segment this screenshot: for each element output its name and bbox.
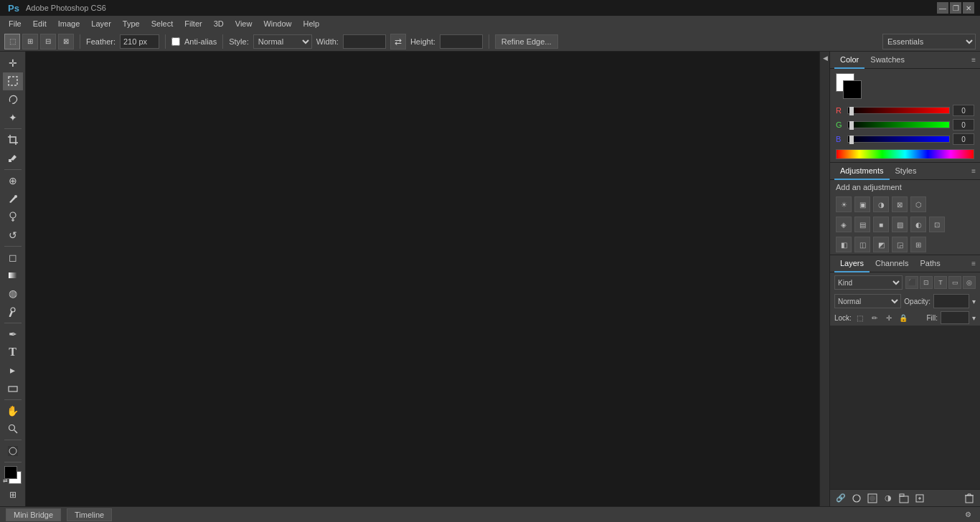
adjustment-filter-btn[interactable]: ⊡: [920, 276, 933, 289]
bw-adj-icon[interactable]: ■: [873, 217, 889, 232]
vibrance-adj-icon[interactable]: ⬡: [910, 196, 926, 212]
exposure-adj-icon[interactable]: ⊠: [892, 196, 908, 212]
opacity-chevron[interactable]: ▾: [972, 298, 976, 305]
eraser-tool[interactable]: ◻: [3, 249, 23, 266]
refine-edge-button[interactable]: Refine Edge...: [495, 34, 558, 49]
clone-stamp-tool[interactable]: [3, 208, 23, 225]
b-channel-value[interactable]: [953, 133, 974, 145]
lock-position-btn[interactable]: ✛: [883, 312, 895, 323]
eyedropper-tool[interactable]: [3, 149, 23, 166]
menu-select[interactable]: Select: [146, 18, 179, 29]
r-channel-slider[interactable]: [847, 107, 950, 114]
antialias-checkbox[interactable]: [171, 37, 180, 46]
move-tool[interactable]: ✛: [3, 54, 23, 72]
layer-style-btn[interactable]: [850, 492, 863, 505]
close-button[interactable]: ✕: [963, 2, 974, 14]
lock-image-btn[interactable]: ✏: [869, 312, 880, 323]
brightness-adj-icon[interactable]: ☀: [836, 196, 852, 212]
b-channel-slider[interactable]: [847, 136, 950, 143]
g-channel-value[interactable]: [953, 119, 974, 130]
invert-adj-icon[interactable]: ◧: [836, 237, 852, 252]
pen-tool[interactable]: ✒: [3, 326, 23, 343]
path-selection-tool[interactable]: ▸: [3, 361, 23, 379]
hand-tool[interactable]: ✋: [3, 402, 23, 419]
lasso-tool[interactable]: [3, 91, 23, 108]
fill-input[interactable]: [941, 311, 969, 324]
shape-filter-btn[interactable]: ▭: [948, 276, 961, 289]
new-selection-btn[interactable]: ⬚: [4, 34, 20, 49]
swap-wh-btn[interactable]: ⇄: [390, 34, 406, 49]
menu-file[interactable]: File: [3, 18, 27, 29]
mini-bridge-tab[interactable]: Mini Bridge: [6, 508, 61, 521]
add-selection-btn[interactable]: ⊞: [22, 34, 38, 49]
timeline-tab[interactable]: Timeline: [67, 508, 112, 521]
posterize-adj-icon[interactable]: ◫: [854, 237, 870, 252]
magic-wand-tool[interactable]: ✦: [3, 109, 23, 126]
tab-paths[interactable]: Paths: [915, 255, 946, 272]
menu-layer[interactable]: Layer: [85, 18, 117, 29]
color-swatch-stack[interactable]: [836, 73, 862, 99]
swap-colors-icon[interactable]: ⇄: [3, 478, 8, 484]
r-channel-value[interactable]: [953, 105, 974, 116]
smart-filter-btn[interactable]: ◎: [963, 276, 976, 289]
essentials-select[interactable]: Essentials: [882, 34, 976, 49]
menu-window[interactable]: Window: [258, 18, 297, 29]
subtract-selection-btn[interactable]: ⊟: [40, 34, 56, 49]
menu-image[interactable]: Image: [52, 18, 86, 29]
style-select[interactable]: Normal Fixed Ratio Fixed Size: [253, 34, 312, 49]
new-layer-btn[interactable]: [913, 492, 926, 505]
collapse-strip[interactable]: ◀: [819, 52, 829, 506]
opacity-input[interactable]: [933, 294, 969, 308]
history-brush-tool[interactable]: ↺: [3, 226, 23, 243]
tab-styles[interactable]: Styles: [890, 163, 923, 180]
photofilter-adj-icon[interactable]: ▧: [892, 217, 908, 232]
healing-brush-tool[interactable]: ⊕: [3, 172, 23, 189]
crop-tool[interactable]: [3, 131, 23, 148]
fill-chevron[interactable]: ▾: [972, 314, 976, 322]
type-filter-btn[interactable]: T: [934, 276, 947, 289]
adjustments-panel-options[interactable]: ≡: [971, 167, 976, 175]
tab-swatches[interactable]: Swatches: [864, 52, 910, 69]
color-panel-options[interactable]: ≡: [971, 56, 976, 64]
tab-adjustments[interactable]: Adjustments: [834, 163, 890, 180]
g-channel-slider[interactable]: [847, 121, 950, 128]
height-input[interactable]: [440, 34, 483, 49]
color-selector[interactable]: ⇄: [3, 466, 23, 483]
quick-mask-tool[interactable]: [3, 442, 23, 460]
gradient-tool[interactable]: [3, 267, 23, 284]
pixel-filter-btn[interactable]: ⬛: [905, 276, 918, 289]
color-spectrum[interactable]: [836, 149, 974, 159]
zoom-tool[interactable]: [3, 420, 23, 437]
threshold-adj-icon[interactable]: ◩: [873, 237, 889, 252]
layer-mask-btn[interactable]: [866, 492, 879, 505]
lock-all-btn[interactable]: 🔒: [897, 312, 909, 323]
selective-color-adj-icon[interactable]: ⊞: [910, 237, 926, 252]
blur-tool[interactable]: ◍: [3, 285, 23, 302]
colormatch-adj-icon[interactable]: ⊡: [929, 217, 945, 232]
lock-transparent-btn[interactable]: ⬚: [854, 312, 866, 323]
new-group-btn[interactable]: [897, 492, 910, 505]
hsl-adj-icon[interactable]: ◈: [836, 217, 852, 232]
feather-input[interactable]: [120, 34, 159, 49]
gradient-map-adj-icon[interactable]: ◲: [892, 237, 908, 252]
delete-layer-btn[interactable]: [963, 492, 976, 505]
intersect-selection-btn[interactable]: ⊠: [58, 34, 74, 49]
restore-button[interactable]: ❐: [950, 2, 961, 14]
kind-select[interactable]: Kind: [834, 275, 903, 290]
title-bar-controls[interactable]: — ❐ ✕: [937, 2, 974, 14]
menu-help[interactable]: Help: [298, 18, 326, 29]
screen-mode-btn[interactable]: ⊞: [3, 486, 23, 503]
minimize-button[interactable]: —: [937, 2, 948, 14]
tab-layers[interactable]: Layers: [834, 255, 870, 272]
colorbalance-adj-icon[interactable]: ▤: [854, 217, 870, 232]
bottom-settings-btn[interactable]: ⚙: [961, 508, 974, 521]
tab-color[interactable]: Color: [834, 52, 864, 69]
layers-panel-options[interactable]: ≡: [971, 260, 976, 267]
marquee-tool[interactable]: [3, 72, 23, 90]
channelmixer-adj-icon[interactable]: ◐: [910, 217, 926, 232]
width-input[interactable]: [343, 34, 386, 49]
levels-adj-icon[interactable]: ▣: [854, 196, 870, 212]
curves-adj-icon[interactable]: ◑: [873, 196, 889, 212]
menu-filter[interactable]: Filter: [179, 18, 207, 29]
shape-tool[interactable]: [3, 380, 23, 397]
